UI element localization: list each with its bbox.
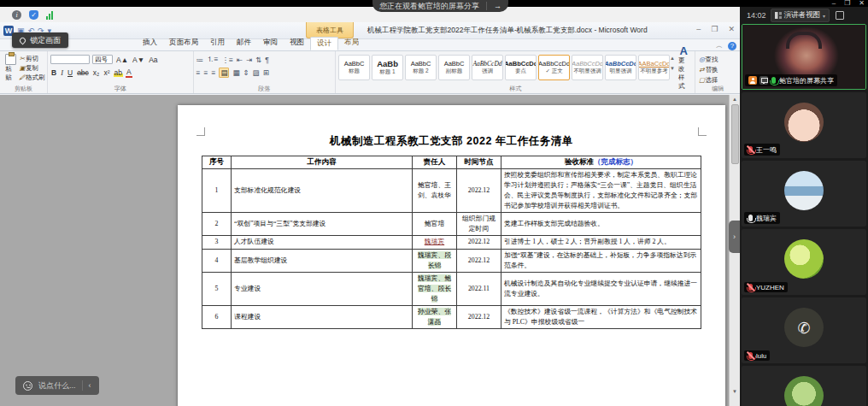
meeting-maximize-button[interactable]: ❐ — [844, 0, 850, 7]
table-cell: 支部标准化规范化建设 — [232, 169, 413, 213]
style-标题 2[interactable]: AaBbC标题 2 — [405, 55, 437, 80]
change-case-icon[interactable]: Aa — [148, 56, 158, 64]
scroll-down-icon[interactable]: ▼ — [732, 389, 737, 394]
line-spacing-icon[interactable]: ⇕ — [243, 68, 249, 77]
speaker-view-button[interactable]: 演讲者视图 ▾ — [771, 9, 830, 22]
styles-group: AaBbC标题AaBb标题 1AaBbC标题 2AaBbC副标题AaBbCcDd… — [336, 51, 695, 93]
word-minimize-button[interactable]: – — [696, 25, 701, 33]
table-cell: 5 — [202, 272, 232, 305]
col-header: 序号 — [202, 156, 232, 169]
style-不明显参考[interactable]: AABaCcDo不明显参考 — [638, 55, 670, 80]
collapse-ribbon-icon[interactable]: ︿ — [716, 41, 723, 50]
table-cell: 魏瑞宾、段长锦 — [413, 249, 457, 272]
decrease-indent-icon[interactable]: ⇤ — [237, 56, 243, 64]
banner-collapse-icon[interactable]: → — [486, 2, 501, 10]
scrollbar-thumb[interactable] — [731, 104, 739, 164]
sidebar-collapse-handle[interactable]: › — [729, 221, 740, 253]
style-标题 1[interactable]: AaBb标题 1 — [372, 55, 403, 80]
table-cell: 组织部门规定时间 — [457, 213, 501, 236]
pilcrow-icon[interactable]: ¶ — [265, 56, 269, 64]
align-center-icon[interactable]: ≡ — [203, 68, 208, 77]
bullets-icon[interactable]: ≔ — [196, 56, 204, 64]
video-tile-魏瑞宾[interactable]: 魏瑞宾 — [742, 161, 866, 227]
increase-indent-icon[interactable]: ⇥ — [246, 56, 252, 64]
chat-collapse-icon[interactable]: ‹ — [89, 381, 91, 390]
video-tile-lulu[interactable]: lulu — [742, 297, 866, 363]
paste-button[interactable]: 粘贴 — [3, 53, 19, 83]
video-tile-YUZHEN[interactable]: YUZHEN — [742, 229, 866, 295]
emoji-icon[interactable] — [23, 381, 32, 391]
strikethrough-icon[interactable]: abc — [76, 68, 90, 77]
change-styles-button[interactable]: A 更改样式 — [675, 53, 692, 83]
font-name-combobox[interactable] — [50, 55, 90, 64]
video-tile-鲍官培的屏幕共享[interactable]: 鲍官培的屏幕共享 — [742, 24, 866, 90]
font-color-icon[interactable]: A — [126, 68, 132, 78]
style-强调[interactable]: AaBbCcDd强调 — [472, 55, 503, 80]
fullscreen-icon[interactable] — [836, 11, 844, 20]
styles-gallery: AaBbC标题AaBb标题 1AaBbC标题 2AaBbC副标题AaBbCcDd… — [338, 53, 670, 83]
ribbon-tab-布局[interactable]: 布局 — [338, 37, 365, 50]
meeting-close-button[interactable]: ✕ — [859, 0, 865, 7]
margin-mark-topright — [698, 127, 707, 136]
format-painter-button[interactable]: 🖉格式刷 — [19, 74, 45, 82]
scroll-up-icon[interactable]: ▲ — [732, 97, 737, 102]
style-标题[interactable]: AaBbC标题 — [338, 55, 370, 80]
select-button[interactable]: ▢选择 — [698, 76, 737, 85]
text-highlight-icon[interactable]: ab — [114, 68, 123, 77]
bold-icon[interactable]: B — [50, 68, 57, 77]
participants-sidebar: 14:02 演讲者视图 ▾ 鲍官培的屏幕共享王一鸣魏瑞宾YUZHENlulu — [740, 0, 868, 406]
word-close-button[interactable]: ✕ — [728, 25, 735, 33]
align-left-icon[interactable]: ≡ — [196, 68, 201, 77]
ribbon-tab-设计[interactable]: 设计 — [310, 37, 338, 50]
borders-icon[interactable]: ⊞ — [263, 68, 269, 77]
ribbon-tab-插入[interactable]: 插入 — [137, 37, 163, 50]
find-button[interactable]: ◎查找 — [698, 56, 737, 64]
cut-button[interactable]: ✂剪切 — [19, 55, 45, 63]
clock-label: 14:02 — [747, 11, 766, 20]
style-正文[interactable]: AaBbCcDd✓ 正文 — [538, 55, 570, 80]
style-要点[interactable]: AaBbCcDc要点 — [505, 55, 537, 80]
superscript-icon[interactable]: x² — [103, 68, 110, 77]
align-right-icon[interactable]: ≡ — [211, 68, 215, 77]
grow-font-icon[interactable]: A▲ — [115, 56, 129, 64]
shrink-font-icon[interactable]: A▼ — [132, 56, 145, 64]
word-restore-button[interactable]: ❐ — [711, 25, 718, 33]
col-header-criteria: 验收标准（完成标志） — [501, 156, 701, 169]
shading-icon[interactable]: ▨ — [253, 68, 260, 77]
shield-icon[interactable]: ✓ — [29, 10, 38, 20]
chat-input-pill[interactable]: 说点什么... ‹ — [15, 376, 99, 395]
distribute-icon[interactable]: ▦ — [232, 68, 239, 77]
pin-screen-tooltip[interactable]: 锁定画面 — [12, 32, 68, 48]
clipboard-group-label: 剪贴板 — [0, 85, 47, 93]
sort-icon[interactable]: ⇅ — [255, 56, 261, 64]
numbering-icon[interactable]: ⒈≡ — [207, 55, 218, 65]
style-不明显强调[interactable]: AaBbCcDd不明显强调 — [572, 55, 603, 80]
change-styles-icon: A — [680, 45, 688, 56]
document-page[interactable]: 机械制造工程系教工党支部 2022 年工作任务清单 序号工作内容责任人时间节点验… — [178, 105, 725, 406]
ribbon-tab-引用[interactable]: 引用 — [204, 37, 231, 50]
multilevel-list-icon[interactable]: ⋮≡ — [221, 56, 232, 64]
justify-icon[interactable]: ▤ — [219, 68, 229, 78]
word-titlebar: W ▣ ↶ ↷ ▾ 表格工具 机械工程学院教工党支部2022年工作任务清单-机械… — [0, 22, 740, 39]
style-副标题[interactable]: AaBbC副标题 — [438, 55, 470, 80]
meeting-minimize-button[interactable]: – — [832, 0, 836, 7]
ribbon-tab-审阅[interactable]: 审阅 — [257, 37, 284, 50]
font-size-combobox[interactable]: 四号 — [92, 55, 113, 64]
italic-icon[interactable]: I — [60, 68, 64, 77]
table-cell: 专业建设 — [232, 272, 413, 305]
video-tile[interactable] — [742, 366, 866, 406]
participant-label: 魏瑞宾 — [744, 212, 780, 224]
ribbon-tab-视图[interactable]: 视图 — [284, 37, 310, 50]
copy-button[interactable]: ▣复制 — [19, 64, 45, 73]
chat-placeholder[interactable]: 说点什么... — [38, 380, 76, 391]
video-tile-王一鸣[interactable]: 王一鸣 — [742, 92, 866, 158]
info-icon[interactable]: i — [12, 10, 21, 20]
replace-button[interactable]: ⇄替换 — [698, 66, 737, 74]
ribbon-tab-页面布局[interactable]: 页面布局 — [163, 37, 204, 50]
help-icon[interactable]: ? — [728, 42, 736, 50]
underline-icon[interactable]: U — [67, 68, 73, 77]
subscript-icon[interactable]: x₂ — [92, 68, 101, 77]
style-明显强调[interactable]: AaBbCcDc明显强调 — [605, 55, 636, 80]
table-cell: 2022.11 — [457, 272, 501, 305]
ribbon-tab-邮件[interactable]: 邮件 — [231, 37, 257, 50]
